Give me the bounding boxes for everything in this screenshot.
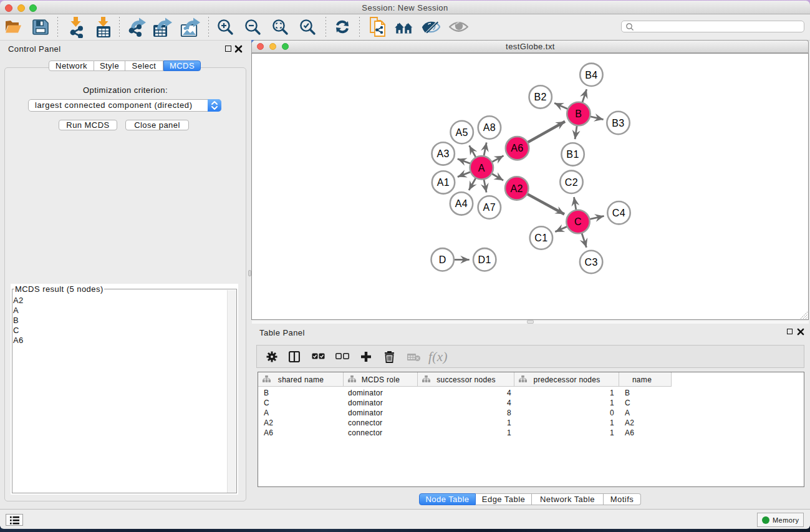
- svg-text:C1: C1: [534, 233, 547, 243]
- svg-text:C2: C2: [565, 177, 578, 188]
- svg-text:A3: A3: [436, 148, 449, 159]
- svg-text:C: C: [574, 216, 582, 227]
- svg-text:D: D: [439, 254, 446, 265]
- svg-text:A1: A1: [437, 177, 450, 188]
- svg-text:A2: A2: [510, 183, 523, 194]
- svg-text:B1: B1: [566, 149, 579, 160]
- svg-text:C4: C4: [612, 208, 625, 218]
- svg-text:C3: C3: [584, 257, 597, 268]
- svg-text:A6: A6: [511, 143, 523, 153]
- svg-text:A5: A5: [455, 127, 468, 138]
- svg-text:B4: B4: [585, 70, 597, 80]
- svg-text:D1: D1: [478, 254, 491, 265]
- svg-text:A7: A7: [483, 202, 496, 213]
- svg-text:A8: A8: [483, 122, 496, 133]
- svg-text:B2: B2: [534, 92, 546, 102]
- svg-text:A4: A4: [455, 198, 468, 209]
- svg-text:B: B: [575, 109, 582, 119]
- svg-text:A: A: [478, 163, 485, 173]
- svg-text:B3: B3: [612, 118, 624, 128]
